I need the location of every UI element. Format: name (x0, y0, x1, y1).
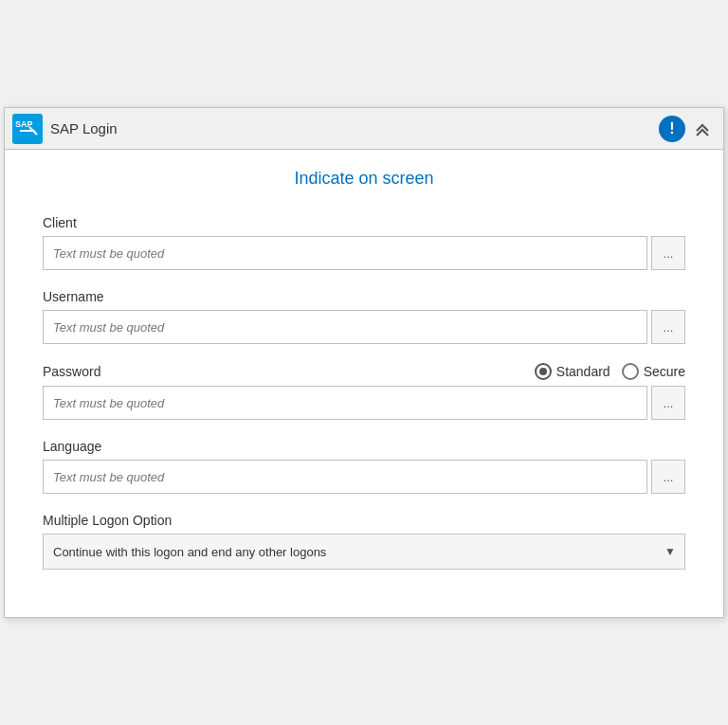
password-field-row: ... (43, 386, 685, 420)
username-field-group: Username ... (43, 289, 685, 344)
radio-secure-label: Secure (644, 364, 685, 379)
title-bar: SAP SAP Login ! (5, 108, 723, 150)
radio-standard[interactable]: Standard (535, 363, 610, 380)
language-field-row: ... (43, 460, 685, 494)
sap-login-window: SAP SAP Login ! Indicate on screen Clien… (4, 107, 724, 618)
password-input[interactable] (43, 386, 647, 420)
username-label: Username (43, 289, 685, 304)
radio-standard-label: Standard (556, 364, 610, 379)
password-label: Password (43, 364, 535, 379)
form-content: Indicate on screen Client ... Username .… (5, 150, 723, 617)
multiple-logon-label: Multiple Logon Option (43, 513, 685, 528)
multiple-logon-field-group: Multiple Logon Option Continue with this… (43, 513, 685, 570)
radio-secure[interactable]: Secure (622, 363, 685, 380)
password-radio-group: Standard Secure (535, 363, 685, 380)
svg-rect-0 (12, 114, 43, 144)
radio-standard-circle (535, 363, 552, 380)
info-icon[interactable]: ! (659, 116, 685, 142)
password-field-group: Password Standard Secure ... (43, 363, 685, 420)
language-field-group: Language ... (43, 439, 685, 494)
client-field-group: Client ... (43, 215, 685, 270)
client-input[interactable] (43, 236, 647, 270)
client-label: Client (43, 215, 685, 230)
multiple-logon-select[interactable]: Continue with this logon and end any oth… (43, 534, 685, 570)
language-label: Language (43, 439, 685, 454)
language-browse-button[interactable]: ... (651, 460, 685, 494)
username-input[interactable] (43, 310, 647, 344)
username-browse-button[interactable]: ... (651, 310, 685, 344)
language-input[interactable] (43, 460, 647, 494)
radio-secure-circle (622, 363, 639, 380)
title-actions: ! (659, 116, 716, 142)
client-browse-button[interactable]: ... (651, 236, 685, 270)
window-title: SAP Login (50, 120, 659, 136)
username-field-row: ... (43, 310, 685, 344)
indicate-on-screen-link[interactable]: Indicate on screen (43, 169, 685, 189)
password-header: Password Standard Secure (43, 363, 685, 380)
collapse-icon[interactable] (689, 116, 716, 142)
multiple-logon-select-wrapper: Continue with this logon and end any oth… (43, 534, 685, 570)
sap-logo-icon: SAP (12, 114, 43, 144)
password-browse-button[interactable]: ... (651, 386, 685, 420)
client-field-row: ... (43, 236, 685, 270)
